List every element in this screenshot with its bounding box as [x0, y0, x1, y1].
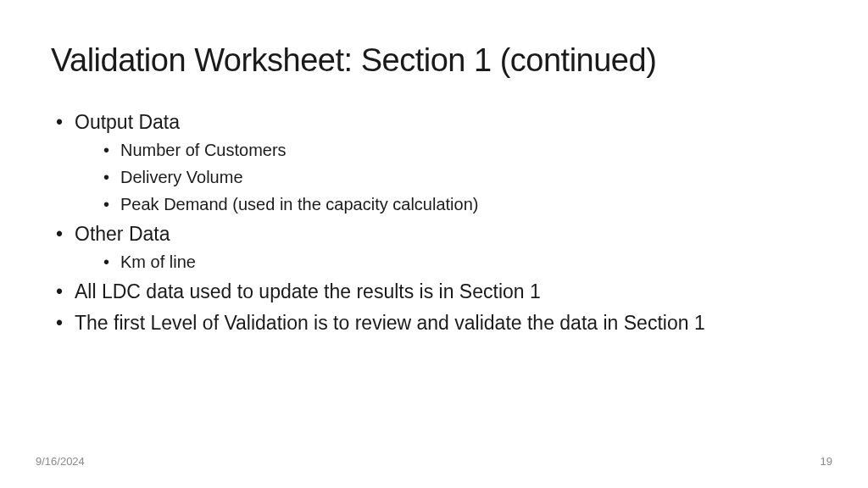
bullet-text: The first Level of Validation is to revi… [75, 312, 705, 334]
bullet-text: Output Data [75, 111, 180, 133]
sub-bullet-item: Peak Demand (used in the capacity calcul… [75, 193, 817, 216]
bullet-item: The first Level of Validation is to revi… [51, 310, 817, 336]
bullet-text: Other Data [75, 223, 170, 245]
bullet-item: Output Data Number of Customers Delivery… [51, 109, 817, 216]
footer-date: 9/16/2024 [36, 455, 85, 468]
sub-bullet-item: Number of Customers [75, 139, 817, 162]
footer-page-number: 19 [821, 455, 832, 468]
sub-list: Km of line [75, 251, 817, 274]
sub-list: Number of Customers Delivery Volume Peak… [75, 139, 817, 216]
bullet-text: All LDC data used to update the results … [75, 280, 541, 302]
content-list: Output Data Number of Customers Delivery… [51, 109, 817, 336]
sub-bullet-item: Km of line [75, 251, 817, 274]
sub-bullet-item: Delivery Volume [75, 166, 817, 189]
bullet-item: All LDC data used to update the results … [51, 279, 817, 305]
slide-title: Validation Worksheet: Section 1 (continu… [51, 42, 817, 79]
bullet-item: Other Data Km of line [51, 221, 817, 274]
footer: 9/16/2024 19 [0, 455, 868, 468]
